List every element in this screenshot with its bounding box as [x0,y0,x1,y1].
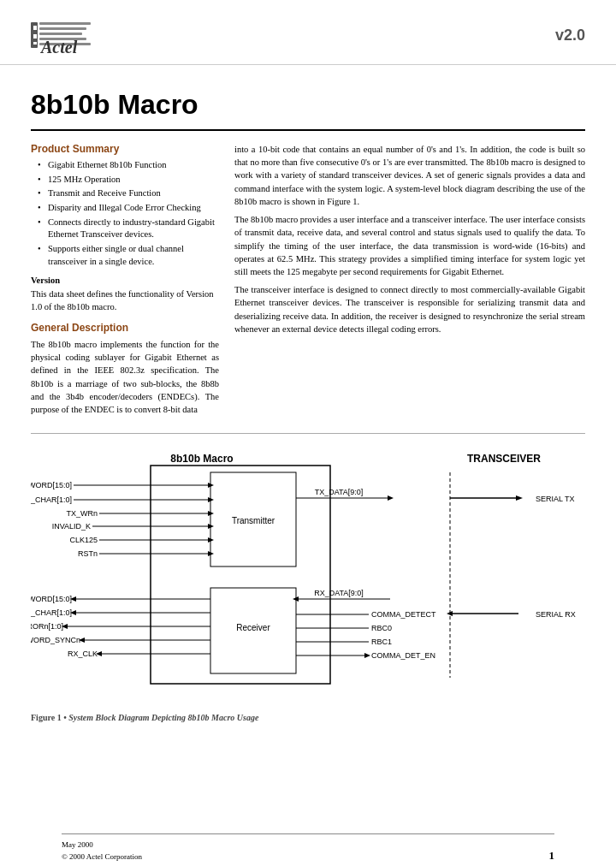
diagram-section: 8b10b Macro TRANSCEIVER Transmitter Rece… [31,433,585,729]
word-syncn-label: WORD_SYNCn [31,636,80,644]
page-header: Actel v2.0 [0,0,616,65]
transceiver-label: TRANSCEIVER [467,453,541,465]
block-diagram: 8b10b Macro TRANSCEIVER Transmitter Rece… [31,442,585,708]
diagram-svg: 8b10b Macro TRANSCEIVER Transmitter Rece… [31,442,585,708]
svg-rect-1 [33,26,37,30]
list-item: Connects directly to industry-standard G… [38,216,219,241]
version-label: Version [31,276,219,285]
serial-tx-label: SERIAL TX [536,495,575,503]
svg-rect-3 [33,42,37,44]
rstn-label: RSTn [78,549,98,558]
rx-clk-label: RX_CLK [68,650,98,658]
right-para-2: The 8b10b macro provides a user interfac… [234,213,585,278]
left-column: Product Summary Gigabit Ethernet 8b10b F… [31,143,219,421]
version-label: v2.0 [555,27,585,44]
product-summary-list: Gigabit Ethernet 8b10b Function 125 MHz … [31,159,219,269]
serial-rx-label: SERIAL RX [536,610,576,619]
comma-det-en-label: COMMA_DET_EN [371,651,435,660]
figure-label: Figure 1 [31,713,62,722]
rbc1-label: RBC1 [371,638,392,646]
page-footer: May 2000 © 2000 Actel Corporation 1 [62,833,554,866]
svg-rect-6 [39,33,82,35]
general-desc-para-1: The 8b10b macro implements the function … [31,338,219,416]
svg-marker-26 [388,495,394,501]
right-column: into a 10-bit code that contains an equa… [234,143,585,421]
list-item: Supports either single or dual channel t… [38,243,219,268]
list-item: Gigabit Ethernet 8b10b Function [38,159,219,172]
svg-rect-4 [39,22,91,25]
page-number: 1 [549,849,555,863]
svg-marker-28 [516,495,523,501]
version-text: This data sheet defines the functionalit… [31,288,219,313]
rx-kchar-label: RX_K_CHAR[1:0] [31,608,72,617]
code-error-label: CODE_ERRORn[1:0] [31,622,63,631]
svg-text:Actel: Actel [39,38,78,54]
list-item: Transmit and Receive Function [38,187,219,200]
figure-caption: Figure 1 • System Block Diagram Depictin… [31,708,585,729]
transmitter-label: Transmitter [232,516,275,525]
footer-date: May 2000 [62,839,142,851]
invalid-k-label: INVALID_K [52,522,91,531]
title-divider [31,129,585,131]
main-content: Product Summary Gigabit Ethernet 8b10b F… [0,143,616,421]
list-item: Disparity and Illegal Code Error Checkin… [38,202,219,215]
svg-rect-2 [33,34,37,39]
page-title: 8b10b Macro [0,65,616,129]
tx-wrn-label: TX_WRn [66,509,98,518]
rx-word-label: RX_WORD[15:0] [31,595,72,603]
footer-copyright: © 2000 Actel Corporation [62,851,142,863]
tx-data-label: TX_DATA[9:0] [315,488,364,496]
clk125-label: CLK125 [69,536,98,544]
rbc0-label: RBC0 [371,624,392,632]
general-description-title: General Description [31,322,219,334]
list-item: 125 MHz Operation [38,174,219,187]
rx-data-label: RX_DATA[9:0] [314,589,364,597]
right-para-3: The transceiver interface is designed to… [234,283,585,335]
product-summary-title: Product Summary [31,143,219,155]
receiver-label: Receiver [236,623,270,632]
logo: Actel [31,15,133,56]
svg-marker-46 [364,653,370,658]
comma-detect-label: COMMA_DETECT [371,610,436,619]
tx-kchar-label: TX_K_CHAR[1:0] [31,495,72,504]
svg-rect-5 [39,27,86,30]
footer-info: May 2000 © 2000 Actel Corporation [62,839,142,863]
right-para-1: into a 10-bit code that contains an equa… [234,143,585,208]
macro-label: 8b10b Macro [170,453,233,465]
tx-word-label: TX_WORD[15:0] [31,481,72,489]
